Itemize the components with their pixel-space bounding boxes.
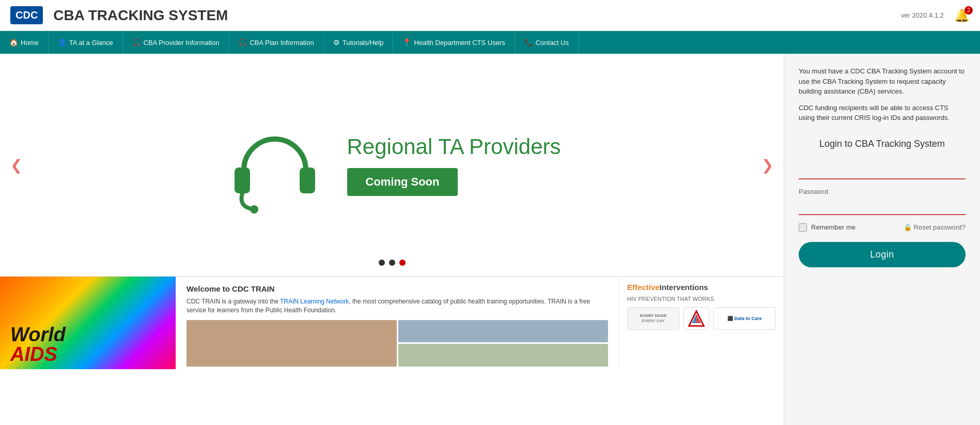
sidebar-info-2: CDC funding recipients will be able to a… [799, 103, 966, 123]
nav-cba-provider[interactable]: 🎧 CBA Provider Information [123, 31, 229, 54]
headset-graphic [223, 113, 326, 217]
svg-rect-1 [300, 168, 315, 193]
cdc-train-description: CDC TRAIN is a gateway into the TRAIN Le… [186, 297, 608, 315]
login-title: Login to CBA Tracking System [799, 139, 966, 149]
nav-health-dept[interactable]: 📍 Health Department CTS Users [393, 31, 515, 54]
svg-point-2 [250, 205, 258, 214]
reset-password-link[interactable]: 🔒 Reset password? [904, 223, 966, 231]
notification-bell[interactable]: 🔔 2 [954, 8, 970, 23]
svg-rect-0 [235, 168, 250, 193]
dot-2[interactable] [389, 260, 395, 266]
notification-count: 2 [965, 6, 973, 14]
carousel-title: Regional TA Providers [347, 134, 561, 160]
password-input[interactable] [799, 198, 966, 215]
train-link[interactable]: TRAIN Learning Network [280, 298, 349, 305]
nav-ta-label: TA at a Glance [69, 39, 113, 47]
data-to-care-logo: ⬛ Data to Care [713, 307, 775, 330]
train-image-1 [186, 320, 397, 367]
world-aids-text: World AIDS [10, 325, 66, 364]
username-field [799, 162, 966, 179]
nav-cba-plan[interactable]: 🎧 CBA Plan Information [229, 31, 323, 54]
effective-text: Effective [627, 283, 660, 292]
version-text: ver 2020.4.1.2 [901, 11, 944, 19]
page-title: CBA TRACKING SYSTEM [53, 7, 901, 24]
cdc-logo-text: CDC [15, 9, 38, 21]
remember-me-label: Remember me [811, 223, 855, 231]
nav-tutorials[interactable]: ⚙ Tutorials/Help [324, 31, 394, 54]
world-aids-panel: World AIDS [0, 277, 176, 369]
form-options-row: Remember me 🔒 Reset password? [799, 223, 966, 232]
train-images [186, 320, 608, 367]
user-icon: 👤 [58, 38, 67, 47]
header: CDC CBA TRACKING SYSTEM ver 2020.4.1.2 🔔… [0, 0, 980, 31]
remember-me-container: Remember me [799, 223, 855, 232]
username-input[interactable] [799, 162, 966, 179]
world-aids-bg: World AIDS [0, 277, 176, 369]
carousel-dots [379, 260, 406, 266]
nav-home[interactable]: 🏠 Home [0, 31, 49, 54]
nav-home-label: Home [21, 39, 39, 47]
nav-contact[interactable]: 📞 Contact Us [515, 31, 579, 54]
effective-interventions-title: EffectiveInterventions [627, 283, 775, 292]
nav-health-label: Health Department CTS Users [414, 39, 505, 47]
aids-logo-icon [687, 309, 706, 328]
nav-tutorials-label: Tutorials/Help [343, 39, 384, 47]
cdc-train-panel: Welcome to CDC TRAIN CDC TRAIN is a gate… [176, 277, 618, 369]
effective-logos: EVERY DOSEEVERY DAY ⬛ Data to Care [627, 307, 775, 330]
dot-3[interactable] [399, 260, 406, 266]
aids-red-logo [683, 307, 709, 330]
password-field: Password [799, 188, 966, 215]
login-button[interactable]: Login [799, 242, 966, 267]
left-content: ❮ [0, 54, 784, 425]
nav-ta-glance[interactable]: 👤 TA at a Glance [49, 31, 123, 54]
every-dose-logo: EVERY DOSEEVERY DAY [627, 307, 679, 330]
interventions-text: Interventions [660, 283, 708, 292]
effective-subtitle: HIV PREVENTION THAT WORKS [627, 296, 775, 302]
carousel: ❮ [0, 54, 784, 276]
cdc-train-title: Welcome to CDC TRAIN [186, 284, 608, 293]
phone-icon: 📞 [524, 38, 533, 47]
sidebar-info-1: You must have a CDC CBA Tracking System … [799, 66, 966, 97]
remember-me-checkbox[interactable] [799, 223, 807, 232]
train-image-3 [398, 344, 609, 367]
reset-password-label: Reset password? [914, 223, 966, 231]
effective-interventions-panel: EffectiveInterventions HIV PREVENTION TH… [618, 277, 784, 369]
main-layout: ❮ [0, 54, 980, 425]
location-icon: 📍 [402, 38, 411, 47]
headset2-icon: 🎧 [238, 38, 247, 47]
lock-icon: 🔒 [904, 223, 912, 231]
gear-icon: ⚙ [333, 38, 340, 47]
aids-text: AIDS [10, 343, 57, 365]
bottom-panels: World AIDS Welcome to CDC TRAIN CDC TRAI… [0, 276, 784, 369]
train-image-2 [398, 320, 609, 343]
world-text: World [10, 324, 66, 345]
nav-contact-label: Contact Us [536, 39, 569, 47]
nav-cba-plan-label: CBA Plan Information [250, 39, 314, 47]
carousel-prev[interactable]: ❮ [10, 157, 22, 174]
coming-soon-button[interactable]: Coming Soon [347, 168, 458, 196]
carousel-next[interactable]: ❯ [761, 157, 773, 174]
right-sidebar: You must have a CDC CBA Tracking System … [784, 54, 980, 425]
navigation: 🏠 Home 👤 TA at a Glance 🎧 CBA Provider I… [0, 31, 980, 54]
headset-icon-nav: 🎧 [132, 38, 141, 47]
home-icon: 🏠 [9, 38, 18, 47]
carousel-slide: Regional TA Providers Coming Soon [223, 113, 561, 217]
nav-cba-provider-label: CBA Provider Information [144, 39, 220, 47]
carousel-text: Regional TA Providers Coming Soon [347, 134, 561, 196]
cdc-logo: CDC [10, 6, 43, 24]
dot-1[interactable] [379, 260, 385, 266]
password-label: Password [799, 188, 966, 195]
login-section: Login to CBA Tracking System Password Re… [799, 139, 966, 267]
